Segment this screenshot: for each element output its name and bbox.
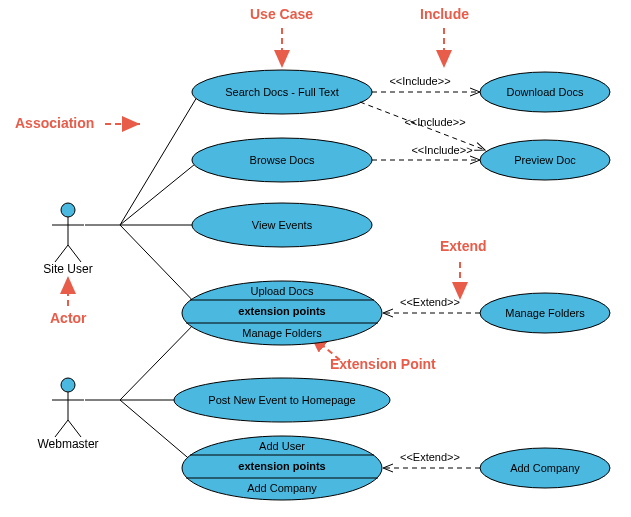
svg-point-5: [61, 378, 75, 392]
svg-line-3: [55, 245, 68, 262]
svg-line-14: [120, 225, 200, 308]
svg-line-8: [55, 420, 68, 437]
actor-webmaster: [52, 378, 84, 437]
usecase-manage-folders-label: Manage Folders: [505, 307, 585, 319]
usecase-upload-ext-hdr: extension points: [238, 305, 325, 317]
stereo-extend-1: <<Extend>>: [400, 296, 460, 308]
usecase-post-event: Post New Event to Homepage: [174, 378, 390, 422]
usecase-add-company: Add Company: [480, 448, 610, 488]
actor-site-user-label: Site User: [43, 262, 93, 276]
usecase-browse-label: Browse Docs: [250, 154, 315, 166]
stereo-include-3: <<Include>>: [411, 144, 472, 156]
svg-line-4: [68, 245, 81, 262]
actor-webmaster-label: Webmaster: [37, 437, 99, 451]
label-extension-point: Extension Point: [330, 356, 436, 372]
usecase-post-event-label: Post New Event to Homepage: [208, 394, 355, 406]
svg-line-9: [68, 420, 81, 437]
actor-site-user: [52, 203, 84, 262]
usecase-download-label: Download Docs: [506, 86, 584, 98]
svg-line-16: [120, 318, 200, 400]
usecase-download-docs: Download Docs: [480, 72, 610, 112]
label-actor: Actor: [50, 310, 87, 326]
usecase-add-company-label: Add Company: [510, 462, 580, 474]
svg-line-12: [120, 160, 200, 225]
usecase-view-events-label: View Events: [252, 219, 313, 231]
label-use-case: Use Case: [250, 6, 313, 22]
usecase-manage-folders: Manage Folders: [480, 293, 610, 333]
usecase-search-docs: Search Docs - Full Text: [192, 70, 372, 114]
label-association: Association: [15, 115, 94, 131]
svg-line-11: [120, 92, 200, 225]
usecase-add-user: Add User extension points Add Company: [182, 436, 382, 500]
usecase-view-events: View Events: [192, 203, 372, 247]
diagram-canvas: Search Docs - Full Text Download Docs Br…: [0, 0, 631, 517]
usecase-upload-label: Upload Docs: [251, 285, 314, 297]
stereo-include-1: <<Include>>: [389, 75, 450, 87]
usecase-search-label: Search Docs - Full Text: [225, 86, 339, 98]
stereo-include-2: <<Include>>: [404, 116, 465, 128]
stereo-extend-2: <<Extend>>: [400, 451, 460, 463]
usecase-upload-ext-pt: Manage Folders: [242, 327, 322, 339]
svg-point-0: [61, 203, 75, 217]
usecase-preview-label: Preview Doc: [514, 154, 576, 166]
associations-site-user: [85, 92, 200, 308]
usecase-add-user-label: Add User: [259, 440, 305, 452]
usecase-add-user-ext-pt: Add Company: [247, 482, 317, 494]
usecase-upload-docs: Upload Docs extension points Manage Fold…: [182, 281, 382, 345]
label-include: Include: [420, 6, 469, 22]
label-extend: Extend: [440, 238, 487, 254]
usecase-browse-docs: Browse Docs: [192, 138, 372, 182]
usecase-preview-doc: Preview Doc: [480, 140, 610, 180]
usecase-add-user-ext-hdr: extension points: [238, 460, 325, 472]
